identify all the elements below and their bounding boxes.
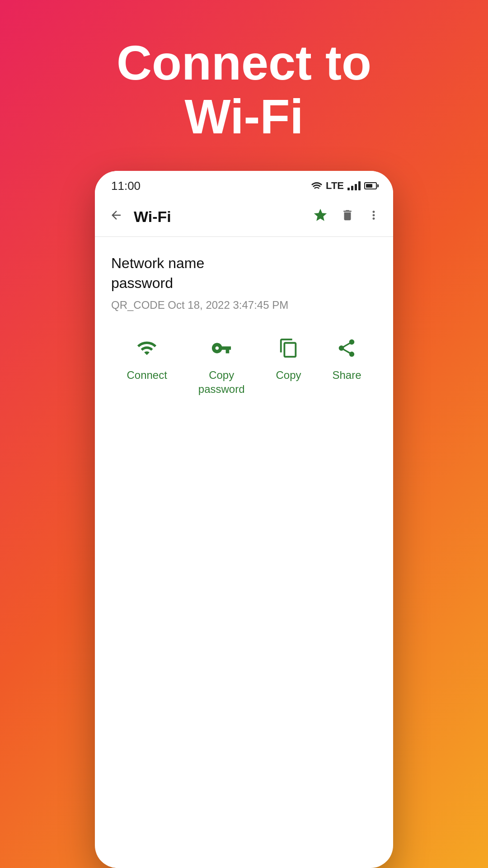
- status-bar: 11:00 LTE: [95, 171, 393, 198]
- more-options-button[interactable]: [367, 208, 380, 226]
- favorite-button[interactable]: [313, 208, 328, 226]
- key-icon: [211, 338, 232, 362]
- status-time: 11:00: [111, 179, 141, 193]
- network-name: Network name password: [111, 253, 377, 294]
- copy-icon: [278, 338, 299, 362]
- copy-password-label: Copypassword: [198, 368, 245, 396]
- status-icons: LTE: [311, 180, 377, 192]
- lte-label: LTE: [326, 180, 344, 192]
- connect-button[interactable]: Connect: [117, 333, 176, 401]
- app-bar: Wi-Fi: [95, 198, 393, 237]
- app-bar-actions: [313, 208, 380, 226]
- back-button[interactable]: [108, 207, 125, 227]
- battery-icon: [364, 182, 377, 189]
- headline-line2: Wi-Fi: [185, 89, 304, 144]
- share-icon: [336, 338, 357, 362]
- delete-button[interactable]: [341, 208, 354, 225]
- signal-icon: [347, 181, 361, 190]
- share-button[interactable]: Share: [323, 333, 370, 401]
- connect-label: Connect: [127, 368, 167, 382]
- page-headline: Connect to Wi-Fi: [89, 36, 399, 144]
- wifi-status-icon: [311, 181, 322, 190]
- copy-button[interactable]: Copy: [267, 333, 310, 401]
- phone-frame: 11:00 LTE Wi-Fi: [95, 171, 393, 868]
- action-buttons: Connect Copypassword Copy: [111, 333, 377, 401]
- app-title: Wi-Fi: [134, 208, 304, 226]
- copy-password-button[interactable]: Copypassword: [189, 333, 254, 401]
- headline-line1: Connect to: [117, 35, 371, 90]
- copy-label: Copy: [276, 368, 301, 382]
- share-label: Share: [332, 368, 361, 382]
- network-meta: QR_CODE Oct 18, 2022 3:47:45 PM: [111, 299, 377, 311]
- connect-wifi-icon: [136, 338, 157, 362]
- content-area: Network name password QR_CODE Oct 18, 20…: [95, 237, 393, 868]
